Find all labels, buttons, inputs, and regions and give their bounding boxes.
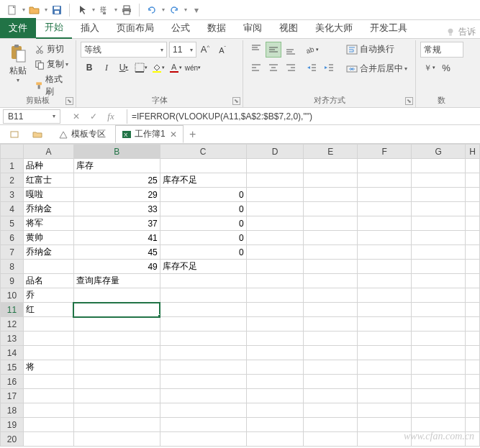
cell[interactable]	[412, 303, 466, 317]
name-box[interactable]: B11▾	[3, 109, 60, 124]
cell[interactable]	[358, 260, 412, 274]
cell[interactable]	[160, 159, 246, 173]
cell[interactable]	[23, 403, 73, 418]
cell[interactable]: 品种	[23, 159, 73, 173]
dropdown-icon[interactable]: ▾	[45, 6, 47, 13]
row-header[interactable]: 9	[1, 274, 24, 288]
row-header[interactable]: 13	[1, 332, 24, 346]
tell-me[interactable]: 告诉	[445, 26, 480, 38]
cell[interactable]	[246, 274, 304, 288]
align-left-icon[interactable]	[248, 60, 264, 76]
cell[interactable]: 45	[73, 245, 160, 260]
close-icon[interactable]: ✕	[170, 129, 177, 140]
cell[interactable]	[304, 173, 358, 188]
cell[interactable]	[412, 231, 466, 245]
number-format-select[interactable]: 常规	[420, 42, 463, 58]
cell[interactable]	[304, 403, 358, 418]
cell[interactable]: 查询库存量	[73, 274, 160, 288]
new-doc-icon[interactable]	[4, 2, 21, 18]
column-header[interactable]: F	[358, 145, 412, 159]
cell[interactable]: 嘎啦	[23, 188, 73, 202]
cell[interactable]	[304, 360, 358, 375]
font-color-button[interactable]: A▾	[168, 60, 184, 76]
cell[interactable]	[412, 317, 466, 332]
cell[interactable]	[246, 432, 304, 447]
cell[interactable]	[412, 274, 466, 288]
row-header[interactable]: 15	[1, 360, 24, 375]
row-header[interactable]: 19	[1, 418, 24, 432]
cell[interactable]	[23, 260, 73, 274]
cell[interactable]	[358, 216, 412, 231]
column-header[interactable]: A	[23, 145, 73, 159]
cell[interactable]	[304, 332, 358, 346]
cell[interactable]: 0	[160, 231, 246, 245]
cell[interactable]: 37	[73, 216, 160, 231]
add-tab-icon[interactable]: +	[185, 128, 201, 141]
cell[interactable]	[246, 375, 304, 389]
cell[interactable]	[246, 260, 304, 274]
cell[interactable]	[246, 159, 304, 173]
cell[interactable]	[160, 375, 246, 389]
row-header[interactable]: 11	[1, 303, 24, 317]
cell[interactable]	[160, 303, 246, 317]
row-header[interactable]: 20	[1, 432, 24, 447]
cell[interactable]	[304, 418, 358, 432]
cursor-icon[interactable]	[73, 2, 91, 18]
border-button[interactable]: ▾	[133, 60, 149, 76]
cell[interactable]	[465, 188, 479, 202]
cell[interactable]	[412, 360, 466, 375]
redo-icon[interactable]	[166, 2, 183, 18]
cell[interactable]	[73, 346, 160, 360]
cell[interactable]	[412, 346, 466, 360]
cell[interactable]	[160, 360, 246, 375]
cell[interactable]	[465, 332, 479, 346]
cell[interactable]	[73, 303, 160, 317]
bold-button[interactable]: B	[81, 60, 97, 76]
percent-icon[interactable]: %	[438, 60, 454, 76]
cell[interactable]	[73, 360, 160, 375]
cell[interactable]: 33	[73, 202, 160, 216]
cell[interactable]	[412, 403, 466, 418]
column-header[interactable]: E	[304, 145, 358, 159]
cell[interactable]	[465, 260, 479, 274]
enter-icon[interactable]: ✓	[85, 109, 102, 124]
cell[interactable]	[23, 346, 73, 360]
cell[interactable]	[304, 389, 358, 403]
cell[interactable]	[412, 188, 466, 202]
align-right-icon[interactable]	[283, 60, 299, 76]
cell[interactable]	[465, 173, 479, 188]
row-header[interactable]: 12	[1, 317, 24, 332]
copy-button[interactable]: 复制▾	[32, 57, 71, 72]
cell[interactable]	[465, 288, 479, 303]
cell[interactable]	[304, 216, 358, 231]
cell[interactable]	[465, 432, 479, 447]
cell[interactable]	[160, 418, 246, 432]
cell[interactable]	[73, 317, 160, 332]
cell[interactable]	[304, 245, 358, 260]
cell[interactable]	[465, 231, 479, 245]
cell[interactable]	[358, 245, 412, 260]
cell[interactable]	[465, 159, 479, 173]
column-header[interactable]: C	[160, 145, 246, 159]
row-header[interactable]: 2	[1, 173, 24, 188]
cell[interactable]	[73, 375, 160, 389]
open-folder-icon[interactable]	[26, 2, 43, 18]
cell[interactable]: 0	[160, 202, 246, 216]
dropdown-icon[interactable]: ▾	[184, 6, 187, 13]
cell[interactable]: 库存不足	[160, 260, 246, 274]
workbook-tab[interactable]: X 工作簿1 ✕	[115, 125, 184, 143]
cell[interactable]: 乔	[23, 288, 73, 303]
cell[interactable]	[246, 202, 304, 216]
tab-view[interactable]: 视图	[271, 18, 307, 38]
tab-review[interactable]: 审阅	[235, 18, 271, 38]
cell[interactable]: 红富士	[23, 173, 73, 188]
row-header[interactable]: 3	[1, 188, 24, 202]
tab-formula[interactable]: 公式	[163, 18, 199, 38]
column-header[interactable]: B	[73, 145, 160, 159]
cell[interactable]	[465, 346, 479, 360]
align-top-icon[interactable]	[248, 42, 264, 58]
cell[interactable]	[358, 317, 412, 332]
phonetic-button[interactable]: wén▾	[185, 60, 201, 76]
cell[interactable]	[412, 245, 466, 260]
row-header[interactable]: 1	[1, 159, 24, 173]
